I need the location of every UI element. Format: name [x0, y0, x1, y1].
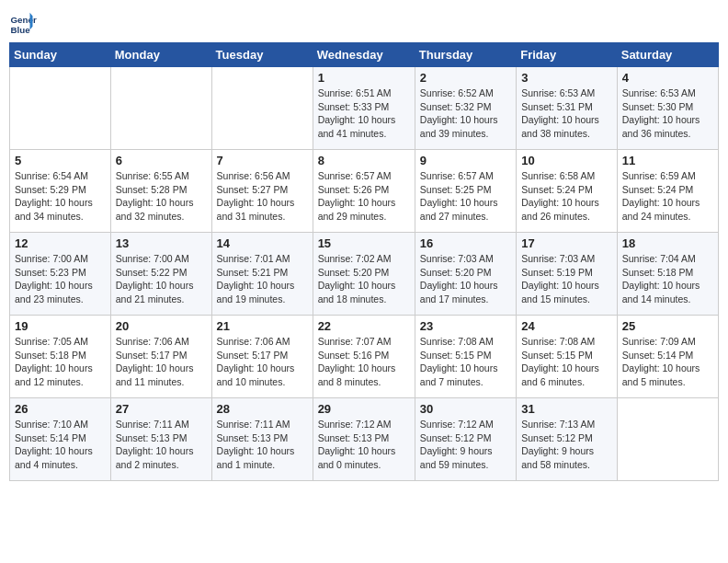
day-number: 27 [116, 402, 207, 416]
calendar-cell: 9Sunrise: 6:57 AM Sunset: 5:25 PM Daylig… [415, 150, 516, 233]
calendar-cell: 6Sunrise: 6:55 AM Sunset: 5:28 PM Daylig… [110, 150, 211, 233]
weekday-header-monday: Monday [110, 43, 211, 67]
day-number: 12 [15, 236, 106, 250]
day-number: 5 [15, 154, 106, 167]
day-number: 4 [622, 71, 713, 85]
day-number: 15 [318, 236, 410, 250]
calendar-cell: 20Sunrise: 7:06 AM Sunset: 5:17 PM Dayli… [110, 316, 211, 398]
day-info: Sunrise: 6:57 AM Sunset: 5:25 PM Dayligh… [420, 169, 511, 224]
day-number: 7 [217, 154, 308, 167]
day-info: Sunrise: 6:55 AM Sunset: 5:28 PM Dayligh… [116, 169, 207, 224]
day-info: Sunrise: 7:10 AM Sunset: 5:14 PM Dayligh… [15, 418, 106, 472]
calendar-cell: 4Sunrise: 6:53 AM Sunset: 5:30 PM Daylig… [617, 67, 718, 150]
day-info: Sunrise: 7:00 AM Sunset: 5:22 PM Dayligh… [116, 252, 207, 306]
calendar-cell [10, 67, 111, 150]
day-number: 11 [622, 154, 713, 167]
day-info: Sunrise: 7:05 AM Sunset: 5:18 PM Dayligh… [15, 335, 106, 389]
day-number: 2 [420, 71, 511, 85]
day-info: Sunrise: 6:51 AM Sunset: 5:33 PM Dayligh… [318, 86, 410, 141]
day-number: 1 [318, 71, 410, 85]
day-number: 10 [521, 154, 612, 167]
calendar-cell: 18Sunrise: 7:04 AM Sunset: 5:18 PM Dayli… [617, 233, 718, 316]
day-number: 16 [420, 236, 511, 250]
day-number: 20 [116, 319, 207, 333]
day-number: 13 [116, 236, 207, 250]
day-info: Sunrise: 6:53 AM Sunset: 5:31 PM Dayligh… [521, 86, 612, 141]
day-info: Sunrise: 7:11 AM Sunset: 5:13 PM Dayligh… [217, 418, 308, 472]
day-number: 22 [318, 319, 410, 333]
day-number: 30 [420, 402, 511, 416]
calendar-cell: 8Sunrise: 6:57 AM Sunset: 5:26 PM Daylig… [313, 150, 415, 233]
day-info: Sunrise: 6:59 AM Sunset: 5:24 PM Dayligh… [622, 169, 713, 224]
day-number: 31 [521, 402, 612, 416]
day-number: 8 [318, 154, 410, 167]
calendar-cell: 17Sunrise: 7:03 AM Sunset: 5:19 PM Dayli… [517, 233, 618, 316]
calendar-cell: 12Sunrise: 7:00 AM Sunset: 5:23 PM Dayli… [10, 233, 111, 316]
weekday-header-friday: Friday [517, 43, 618, 67]
day-info: Sunrise: 7:08 AM Sunset: 5:15 PM Dayligh… [521, 335, 612, 389]
day-info: Sunrise: 7:03 AM Sunset: 5:20 PM Dayligh… [420, 252, 511, 306]
calendar-cell: 26Sunrise: 7:10 AM Sunset: 5:14 PM Dayli… [10, 398, 111, 481]
calendar-cell: 15Sunrise: 7:02 AM Sunset: 5:20 PM Dayli… [313, 233, 415, 316]
calendar-cell: 14Sunrise: 7:01 AM Sunset: 5:21 PM Dayli… [211, 233, 313, 316]
logo-icon: General Blue [9, 9, 37, 37]
page-header: General Blue [9, 9, 719, 37]
weekday-header-thursday: Thursday [415, 43, 516, 67]
day-info: Sunrise: 7:06 AM Sunset: 5:17 PM Dayligh… [217, 335, 308, 389]
calendar-cell [211, 67, 313, 150]
weekday-header-tuesday: Tuesday [211, 43, 313, 67]
calendar-cell: 21Sunrise: 7:06 AM Sunset: 5:17 PM Dayli… [211, 316, 313, 398]
calendar-cell: 30Sunrise: 7:12 AM Sunset: 5:12 PM Dayli… [415, 398, 516, 481]
calendar-cell: 25Sunrise: 7:09 AM Sunset: 5:14 PM Dayli… [617, 316, 718, 398]
day-info: Sunrise: 6:58 AM Sunset: 5:24 PM Dayligh… [521, 169, 612, 224]
svg-text:Blue: Blue [11, 25, 31, 35]
day-info: Sunrise: 7:07 AM Sunset: 5:16 PM Dayligh… [318, 335, 410, 389]
day-info: Sunrise: 6:53 AM Sunset: 5:30 PM Dayligh… [622, 86, 713, 141]
day-info: Sunrise: 7:13 AM Sunset: 5:12 PM Dayligh… [521, 418, 612, 472]
calendar-cell: 29Sunrise: 7:12 AM Sunset: 5:13 PM Dayli… [313, 398, 415, 481]
day-number: 23 [420, 319, 511, 333]
calendar-cell: 2Sunrise: 6:52 AM Sunset: 5:32 PM Daylig… [415, 67, 516, 150]
day-info: Sunrise: 7:00 AM Sunset: 5:23 PM Dayligh… [15, 252, 106, 306]
calendar-cell: 16Sunrise: 7:03 AM Sunset: 5:20 PM Dayli… [415, 233, 516, 316]
day-info: Sunrise: 7:11 AM Sunset: 5:13 PM Dayligh… [116, 418, 207, 472]
day-number: 24 [521, 319, 612, 333]
day-info: Sunrise: 6:56 AM Sunset: 5:27 PM Dayligh… [217, 169, 308, 224]
day-info: Sunrise: 7:01 AM Sunset: 5:21 PM Dayligh… [217, 252, 308, 306]
day-number: 9 [420, 154, 511, 167]
calendar-cell: 10Sunrise: 6:58 AM Sunset: 5:24 PM Dayli… [517, 150, 618, 233]
day-info: Sunrise: 7:12 AM Sunset: 5:12 PM Dayligh… [420, 418, 511, 472]
calendar-cell: 13Sunrise: 7:00 AM Sunset: 5:22 PM Dayli… [110, 233, 211, 316]
calendar-cell: 28Sunrise: 7:11 AM Sunset: 5:13 PM Dayli… [211, 398, 313, 481]
day-number: 18 [622, 236, 713, 250]
day-info: Sunrise: 6:57 AM Sunset: 5:26 PM Dayligh… [318, 169, 410, 224]
calendar-cell: 7Sunrise: 6:56 AM Sunset: 5:27 PM Daylig… [211, 150, 313, 233]
day-number: 6 [116, 154, 207, 167]
calendar-cell: 5Sunrise: 6:54 AM Sunset: 5:29 PM Daylig… [10, 150, 111, 233]
day-info: Sunrise: 7:08 AM Sunset: 5:15 PM Dayligh… [420, 335, 511, 389]
weekday-header-sunday: Sunday [10, 43, 111, 67]
day-info: Sunrise: 7:02 AM Sunset: 5:20 PM Dayligh… [318, 252, 410, 306]
day-number: 26 [15, 402, 106, 416]
calendar-cell: 11Sunrise: 6:59 AM Sunset: 5:24 PM Dayli… [617, 150, 718, 233]
day-info: Sunrise: 6:54 AM Sunset: 5:29 PM Dayligh… [15, 169, 106, 224]
day-info: Sunrise: 7:09 AM Sunset: 5:14 PM Dayligh… [622, 335, 713, 389]
day-info: Sunrise: 7:12 AM Sunset: 5:13 PM Dayligh… [318, 418, 410, 472]
day-number: 17 [521, 236, 612, 250]
calendar-cell: 27Sunrise: 7:11 AM Sunset: 5:13 PM Dayli… [110, 398, 211, 481]
day-info: Sunrise: 7:04 AM Sunset: 5:18 PM Dayligh… [622, 252, 713, 306]
day-number: 19 [15, 319, 106, 333]
day-number: 3 [521, 71, 612, 85]
svg-text:General: General [11, 15, 38, 25]
calendar-cell: 23Sunrise: 7:08 AM Sunset: 5:15 PM Dayli… [415, 316, 516, 398]
calendar-cell: 24Sunrise: 7:08 AM Sunset: 5:15 PM Dayli… [517, 316, 618, 398]
weekday-header-saturday: Saturday [617, 43, 718, 67]
day-info: Sunrise: 6:52 AM Sunset: 5:32 PM Dayligh… [420, 86, 511, 141]
calendar-cell: 19Sunrise: 7:05 AM Sunset: 5:18 PM Dayli… [10, 316, 111, 398]
day-info: Sunrise: 7:06 AM Sunset: 5:17 PM Dayligh… [116, 335, 207, 389]
day-number: 25 [622, 319, 713, 333]
calendar-cell: 22Sunrise: 7:07 AM Sunset: 5:16 PM Dayli… [313, 316, 415, 398]
day-number: 29 [318, 402, 410, 416]
weekday-header-wednesday: Wednesday [313, 43, 415, 67]
calendar-cell [617, 398, 718, 481]
